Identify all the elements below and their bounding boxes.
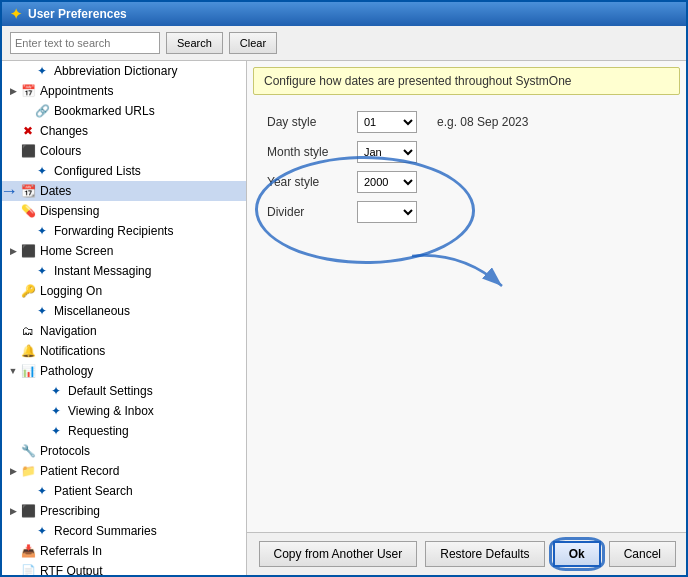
sidebar-item-default-settings[interactable]: ✦ Default Settings	[2, 381, 246, 401]
sidebar-item-instant-messaging[interactable]: ✦ Instant Messaging	[2, 261, 246, 281]
clear-button[interactable]: Clear	[229, 32, 277, 54]
sidebar-item-patient-record[interactable]: ▶ 📁 Patient Record	[2, 461, 246, 481]
no-arrow	[20, 164, 34, 178]
sidebar-item-navigation[interactable]: 🗂 Navigation	[2, 321, 246, 341]
title-bar: ✦ User Preferences	[2, 2, 686, 26]
sidebar-item-logging-on[interactable]: 🔑 Logging On	[2, 281, 246, 301]
month-style-row: Month style Jan 01 January	[267, 141, 666, 163]
no-arrow	[6, 544, 20, 558]
no-arrow	[6, 284, 20, 298]
right-panel: Configure how dates are presented throug…	[247, 61, 686, 575]
sidebar-item-referrals-in[interactable]: 📥 Referrals In	[2, 541, 246, 561]
viewing-icon: ✦	[48, 403, 64, 419]
sidebar-label: Miscellaneous	[54, 304, 130, 318]
sidebar-label: Dates	[40, 184, 71, 198]
sidebar-item-configured-lists[interactable]: ✦ Configured Lists	[2, 161, 246, 181]
no-arrow	[20, 484, 34, 498]
month-style-select[interactable]: Jan 01 January	[357, 141, 417, 163]
sidebar-label: Appointments	[40, 84, 113, 98]
sidebar-item-home-screen[interactable]: ▶ ⬛ Home Screen	[2, 241, 246, 261]
annotation-arrow	[402, 246, 522, 306]
arrow-icon: ▶	[6, 504, 20, 518]
home-icon: ⬛	[20, 243, 36, 259]
sidebar-label: Changes	[40, 124, 88, 138]
sidebar-label: Abbreviation Dictionary	[54, 64, 177, 78]
panel-footer: Copy from Another User Restore Defaults …	[247, 532, 686, 575]
sidebar-label: Bookmarked URLs	[54, 104, 155, 118]
no-arrow	[6, 204, 20, 218]
sidebar-item-notifications[interactable]: 🔔 Notifications	[2, 341, 246, 361]
arrow-icon: ▶	[6, 244, 20, 258]
sidebar-label: Referrals In	[40, 544, 102, 558]
requesting-icon: ✦	[48, 423, 64, 439]
sidebar-label: Notifications	[40, 344, 105, 358]
month-style-label: Month style	[267, 145, 357, 159]
sidebar-item-prescribing[interactable]: ▶ ⬛ Prescribing	[2, 501, 246, 521]
abbreviation-icon: ✦	[34, 63, 50, 79]
sidebar-item-rtf-output[interactable]: 📄 RTF Output	[2, 561, 246, 575]
sidebar-label: Colours	[40, 144, 81, 158]
search-button[interactable]: Search	[166, 32, 223, 54]
panel-header: Configure how dates are presented throug…	[253, 67, 680, 95]
referrals-icon: 📥	[20, 543, 36, 559]
sidebar-label: Home Screen	[40, 244, 113, 258]
rtf-icon: 📄	[20, 563, 36, 575]
sidebar-item-appointments[interactable]: ▶ 📅 Appointments	[2, 81, 246, 101]
no-arrow	[34, 384, 48, 398]
sidebar-item-dispensing[interactable]: 💊 Dispensing	[2, 201, 246, 221]
sidebar-item-requesting[interactable]: ✦ Requesting	[2, 421, 246, 441]
pathology-icon: 📊	[20, 363, 36, 379]
no-arrow	[34, 404, 48, 418]
sidebar-item-miscellaneous[interactable]: ✦ Miscellaneous	[2, 301, 246, 321]
divider-label: Divider	[267, 205, 357, 219]
record-summaries-icon: ✦	[34, 523, 50, 539]
divider-select[interactable]: / - .	[357, 201, 417, 223]
ok-button[interactable]: Ok	[553, 541, 601, 567]
cancel-button[interactable]: Cancel	[609, 541, 676, 567]
sidebar-item-changes[interactable]: ✖ Changes	[2, 121, 246, 141]
sidebar-label: Record Summaries	[54, 524, 157, 538]
copy-from-user-button[interactable]: Copy from Another User	[259, 541, 418, 567]
changes-icon: ✖	[20, 123, 36, 139]
sidebar-item-bookmarked-urls[interactable]: 🔗 Bookmarked URLs	[2, 101, 246, 121]
protocols-icon: 🔧	[20, 443, 36, 459]
toolbar: Search Clear	[2, 26, 686, 61]
sidebar-item-viewing-inbox[interactable]: ✦ Viewing & Inbox	[2, 401, 246, 421]
main-content: ✦ Abbreviation Dictionary ▶ 📅 Appointmen…	[2, 61, 686, 575]
sidebar-item-colours[interactable]: ⬛ Colours	[2, 141, 246, 161]
sidebar-item-record-summaries[interactable]: ✦ Record Summaries	[2, 521, 246, 541]
sidebar-item-forwarding-recipients[interactable]: ✦ Forwarding Recipients	[2, 221, 246, 241]
sidebar-label: Logging On	[40, 284, 102, 298]
no-arrow	[20, 224, 34, 238]
sidebar-label: Requesting	[68, 424, 129, 438]
sidebar-label: Patient Search	[54, 484, 133, 498]
no-arrow	[20, 64, 34, 78]
misc-icon: ✦	[34, 303, 50, 319]
forwarding-icon: ✦	[34, 223, 50, 239]
default-settings-icon: ✦	[48, 383, 64, 399]
panel-body: Day style 01 1 e.g. 08 Sep 2023 Month st…	[247, 101, 686, 532]
no-arrow	[6, 124, 20, 138]
no-arrow	[20, 104, 34, 118]
sidebar-item-dates[interactable]: 📆 Dates	[2, 181, 246, 201]
day-style-row: Day style 01 1 e.g. 08 Sep 2023	[267, 111, 666, 133]
no-arrow	[34, 424, 48, 438]
window-icon: ✦	[10, 6, 22, 22]
sidebar-item-pathology[interactable]: ▼ 📊 Pathology	[2, 361, 246, 381]
sidebar-label: Dispensing	[40, 204, 99, 218]
user-preferences-window: ✦ User Preferences Search Clear ✦ Abbrev…	[0, 0, 688, 577]
no-arrow	[20, 524, 34, 538]
sidebar-item-protocols[interactable]: 🔧 Protocols	[2, 441, 246, 461]
messaging-icon: ✦	[34, 263, 50, 279]
search-input[interactable]	[10, 32, 160, 54]
sidebar-item-patient-search[interactable]: ✦ Patient Search	[2, 481, 246, 501]
day-style-select[interactable]: 01 1	[357, 111, 417, 133]
year-style-select[interactable]: 2000 00	[357, 171, 417, 193]
arrow-icon: ▶	[6, 84, 20, 98]
navigation-icon: 🗂	[20, 323, 36, 339]
restore-defaults-button[interactable]: Restore Defaults	[425, 541, 544, 567]
sidebar-item-abbreviation-dictionary[interactable]: ✦ Abbreviation Dictionary	[2, 61, 246, 81]
sidebar-label: Patient Record	[40, 464, 119, 478]
sidebar-label: Prescribing	[40, 504, 100, 518]
patient-search-icon: ✦	[34, 483, 50, 499]
